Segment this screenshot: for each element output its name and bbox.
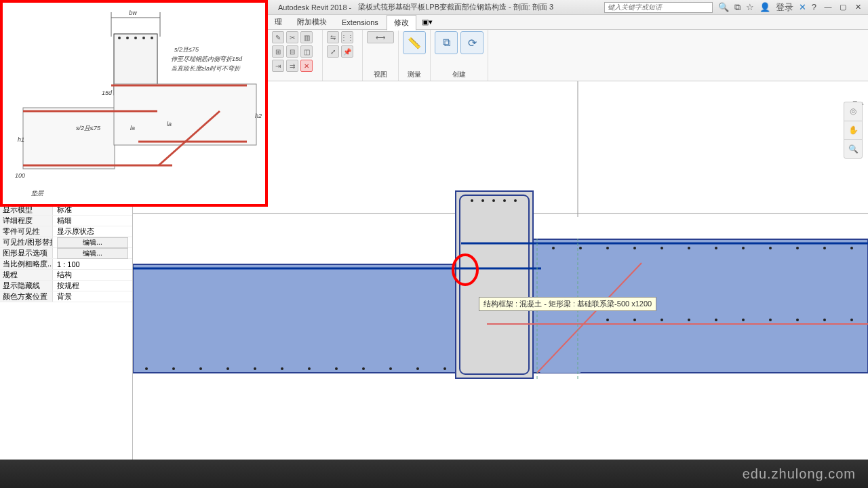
- svg-point-41: [850, 247, 853, 249]
- prop-coarse-val[interactable]: 1 : 100: [53, 260, 132, 268]
- ribbon-group-view: ⟷ 视图: [363, 30, 399, 81]
- tab-addins[interactable]: 附加模块: [290, 15, 334, 29]
- tab-extensions[interactable]: Extensions: [335, 16, 385, 28]
- prop-color-key: 颜色方案位置: [0, 291, 53, 302]
- svg-point-48: [769, 319, 772, 321]
- prop-edit-button-1[interactable]: 编辑...: [57, 237, 128, 248]
- ribbon-group-modify2: ⇋ ⋮⋮ ⤢ 📌: [323, 30, 363, 81]
- favorite-icon[interactable]: ☆: [746, 2, 754, 12]
- prop-detail-key: 详细程度: [0, 216, 53, 226]
- svg-text:15d: 15d: [102, 89, 113, 96]
- prop-hidden-val[interactable]: 按规程: [53, 281, 132, 291]
- svg-point-44: [660, 319, 663, 321]
- snap-icon[interactable]: ▥: [300, 31, 313, 43]
- svg-point-49: [796, 319, 799, 321]
- svg-rect-54: [23, 108, 115, 169]
- login-link[interactable]: 登录: [776, 1, 793, 14]
- trim-icon[interactable]: ◫: [300, 45, 313, 58]
- offset-icon[interactable]: ⇉: [286, 60, 298, 72]
- svg-point-15: [514, 199, 517, 202]
- array-icon[interactable]: ⋮⋮: [341, 31, 353, 43]
- svg-point-32: [606, 247, 609, 249]
- svg-point-50: [823, 319, 826, 321]
- dimension-icon[interactable]: ⟷: [367, 31, 394, 43]
- prop-vizoverride-key: 可见性/图形替换: [0, 237, 53, 247]
- svg-point-64: [142, 37, 145, 39]
- exchange-icon[interactable]: ✕: [799, 2, 806, 12]
- prop-discipline-val[interactable]: 结构: [53, 270, 132, 280]
- split-icon[interactable]: ⊟: [286, 45, 298, 58]
- user-icon[interactable]: 👤: [760, 2, 770, 12]
- element-tooltip: 结构框架 : 混凝土 - 矩形梁 : 基础联系梁-500 x1200: [479, 297, 656, 311]
- prop-partviz-val[interactable]: 显示原状态: [53, 226, 132, 237]
- svg-point-24: [308, 367, 311, 370]
- document-name: 梁板式筏形基础平板LPB变截面部位钢筋构造 - 剖面: 剖面 3: [358, 2, 553, 12]
- prop-coarse-key: 当比例粗略度...: [0, 259, 53, 269]
- join-icon[interactable]: ⊞: [272, 45, 284, 58]
- prop-gfxopt-key: 图形显示选项: [0, 248, 53, 258]
- svg-point-29: [443, 367, 446, 370]
- prop-partviz-key: 零件可见性: [0, 226, 53, 237]
- scale-icon[interactable]: ⤢: [327, 45, 339, 58]
- prop-edit-button-2[interactable]: 编辑...: [57, 248, 128, 259]
- prop-color-val[interactable]: 背景: [53, 291, 132, 302]
- align-icon[interactable]: ⇥: [272, 60, 284, 72]
- ribbon-group-measure: 📏 测量: [399, 30, 431, 81]
- app-name: Autodesk Revit 2018 -: [278, 3, 351, 12]
- svg-point-51: [850, 319, 853, 321]
- svg-point-65: [151, 37, 153, 39]
- svg-point-33: [633, 247, 636, 249]
- delete-icon[interactable]: ✕: [300, 60, 313, 72]
- svg-text:当直段长度≥la时可不弯折: 当直段长度≥la时可不弯折: [171, 65, 241, 72]
- svg-text:bw: bw: [129, 9, 137, 16]
- prop-discipline-key: 规程: [0, 270, 53, 280]
- svg-point-19: [172, 367, 175, 370]
- svg-text:h1: h1: [18, 136, 24, 143]
- svg-point-61: [118, 37, 121, 39]
- prop-detail-val[interactable]: 精细: [53, 216, 132, 226]
- tab-modify[interactable]: 修改: [387, 15, 416, 30]
- reference-diagram-overlay: bw s/2且≤75 伸至尽端钢筋内侧弯折15d 当直段长度≥la时可不弯折 1…: [0, 0, 268, 207]
- svg-point-14: [503, 199, 506, 202]
- svg-text:垫层: 垫层: [31, 190, 44, 197]
- tab-manage[interactable]: 理: [268, 15, 289, 29]
- create-icon-1[interactable]: ⧉: [435, 31, 458, 54]
- svg-point-21: [226, 367, 229, 370]
- create-icon-2[interactable]: ⟳: [460, 31, 484, 54]
- communicate-icon[interactable]: ⧉: [734, 2, 741, 13]
- svg-text:100: 100: [15, 172, 25, 179]
- ribbon-group-modify: ✎ ✂ ▥ ⊞ ⊟ ◫ ⇥ ⇉ ✕: [268, 30, 323, 81]
- svg-point-11: [471, 199, 473, 202]
- svg-point-26: [362, 367, 365, 370]
- svg-point-36: [715, 247, 717, 249]
- svg-point-38: [769, 247, 772, 249]
- svg-point-42: [606, 319, 609, 321]
- svg-point-47: [742, 319, 745, 321]
- tab-finish-icon[interactable]: ▣▾: [418, 16, 437, 28]
- svg-text:伸至尽端钢筋内侧弯折15d: 伸至尽端钢筋内侧弯折15d: [171, 56, 243, 62]
- paint-icon[interactable]: ✎: [272, 31, 284, 43]
- svg-rect-55: [114, 84, 256, 145]
- search-icon[interactable]: 🔍: [718, 2, 729, 12]
- measure-icon[interactable]: 📏: [403, 31, 426, 54]
- footer-bar: edu.zhulong.com: [0, 460, 868, 488]
- search-input[interactable]: [604, 2, 713, 13]
- mirror-icon[interactable]: ⇋: [327, 31, 339, 43]
- svg-point-45: [688, 319, 690, 321]
- minimize-button[interactable]: —: [822, 3, 834, 12]
- svg-point-23: [281, 367, 283, 370]
- svg-point-30: [552, 247, 555, 249]
- svg-text:la: la: [167, 121, 172, 127]
- svg-point-31: [579, 247, 582, 249]
- pin-icon[interactable]: 📌: [341, 45, 353, 58]
- cut-icon[interactable]: ✂: [286, 31, 298, 43]
- properties-palette: 比例值 1:100 显示模型标准 详细程度精细 零件可见性显示原状态 可见性/图…: [0, 194, 132, 476]
- svg-point-63: [134, 37, 137, 39]
- svg-point-40: [823, 247, 826, 249]
- help-icon[interactable]: ?: [812, 2, 816, 12]
- svg-point-27: [389, 367, 392, 370]
- svg-text:la: la: [130, 125, 135, 131]
- prop-hidden-key: 显示隐藏线: [0, 281, 53, 291]
- close-button[interactable]: ✕: [852, 3, 864, 12]
- maximize-button[interactable]: ▢: [837, 3, 849, 12]
